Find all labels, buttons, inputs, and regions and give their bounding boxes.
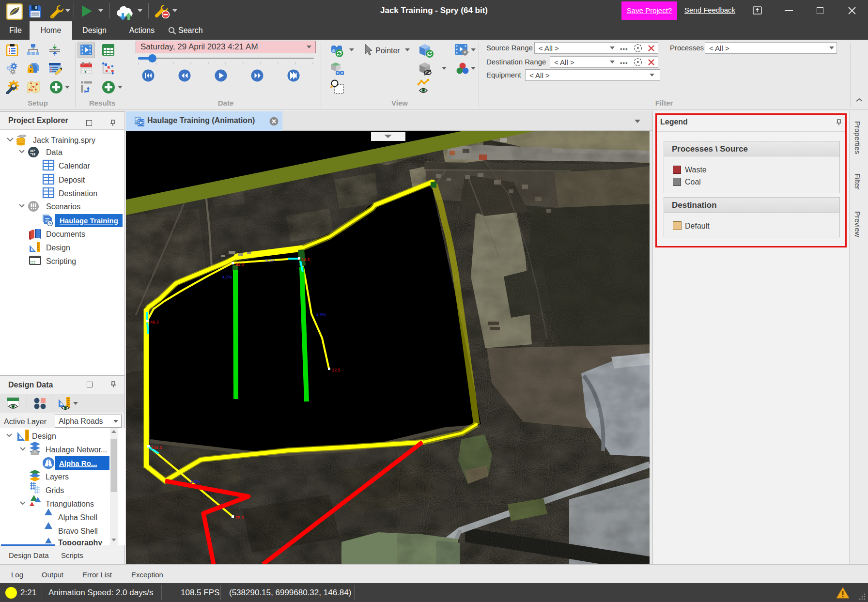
svg-text:144.0: 144.0 [151, 445, 162, 450]
svg-text:4.3%: 4.3% [316, 312, 326, 317]
svg-text:Topography: Topography [58, 539, 102, 545]
svg-text:Alpha Shell: Alpha Shell [58, 513, 97, 522]
svg-text:1.8%: 1.8% [190, 479, 201, 484]
svg-text:Destination: Destination [59, 189, 97, 198]
svg-text:4.2%: 4.2% [222, 275, 232, 279]
svg-text:Bravo Shell: Bravo Shell [58, 527, 98, 535]
svg-text:Haulage Training: Haulage Training [60, 216, 118, 225]
svg-text:92.0: 92.0 [235, 262, 244, 267]
svg-text:Grids: Grids [46, 486, 64, 494]
svg-text:5.2%: 5.2% [265, 258, 276, 263]
svg-text:Triangulations: Triangulations [46, 500, 94, 508]
svg-text:75.0: 75.0 [235, 515, 244, 520]
svg-text:Jack Training.spry: Jack Training.spry [33, 136, 95, 144]
svg-text:Haulage Networ...: Haulage Networ... [46, 446, 107, 454]
svg-text:12.5: 12.5 [332, 368, 341, 372]
svg-text:46.3: 46.3 [150, 320, 159, 324]
svg-text:Scripting: Scripting [46, 257, 76, 265]
svg-text:Alpha Ro...: Alpha Ro... [59, 459, 97, 467]
svg-text:Scenarios: Scenarios [46, 202, 80, 211]
svg-text:14.5: 14.5 [301, 257, 310, 262]
svg-text:Calendar: Calendar [59, 162, 91, 170]
svg-text:Layers: Layers [46, 473, 69, 481]
svg-text:Design: Design [32, 432, 56, 440]
svg-text:Deposit: Deposit [59, 176, 85, 184]
svg-text:Documents: Documents [46, 230, 85, 238]
svg-text:Design: Design [46, 244, 70, 252]
svg-text:Data: Data [46, 148, 62, 156]
